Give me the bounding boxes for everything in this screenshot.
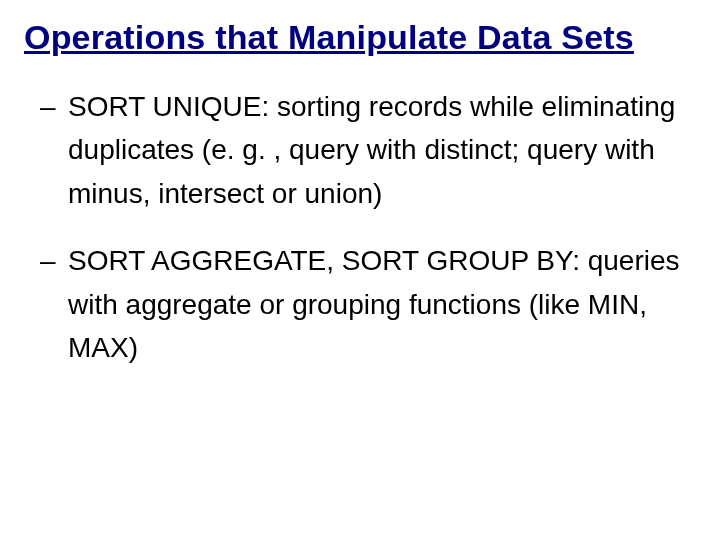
slide-title: Operations that Manipulate Data Sets (24, 18, 696, 57)
bullet-text: SORT UNIQUE: sorting records while elimi… (68, 85, 696, 215)
bullet-text: SORT AGGREGATE, SORT GROUP BY: queries w… (68, 239, 696, 369)
bullet-dash: – (40, 239, 56, 282)
slide: Operations that Manipulate Data Sets – S… (0, 0, 720, 540)
bullet-list: – SORT UNIQUE: sorting records while eli… (24, 85, 696, 369)
bullet-dash: – (40, 85, 56, 128)
list-item: – SORT UNIQUE: sorting records while eli… (68, 85, 696, 215)
list-item: – SORT AGGREGATE, SORT GROUP BY: queries… (68, 239, 696, 369)
